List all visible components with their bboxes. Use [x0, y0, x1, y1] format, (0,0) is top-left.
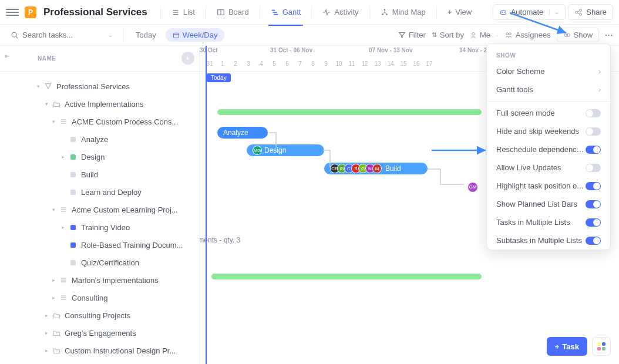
- divider: [436, 6, 437, 19]
- list-icon: [59, 275, 68, 285]
- tree-row[interactable]: Role-Based Training Docum...: [0, 236, 199, 254]
- gantt-bar-list[interactable]: [211, 274, 482, 279]
- more-button[interactable]: ···: [605, 31, 613, 39]
- tree-row[interactable]: Learn and Deploy: [0, 183, 199, 201]
- apps-button[interactable]: [592, 337, 611, 356]
- gantt-bar-list[interactable]: [217, 109, 482, 115]
- day-label: 13: [371, 60, 384, 67]
- search-input[interactable]: [22, 31, 93, 39]
- divider: [311, 6, 312, 19]
- svg-point-19: [12, 32, 16, 37]
- chevron-down-icon[interactable]: ⌄: [108, 32, 113, 38]
- sortby-button[interactable]: ⇅ Sort by: [432, 31, 464, 39]
- priority-icon: [68, 258, 78, 267]
- sortby-label: Sort by: [440, 31, 464, 39]
- search-input-wrapper[interactable]: ⌄: [6, 29, 117, 41]
- tree-row[interactable]: ▸Marlon's Implementations: [0, 271, 199, 289]
- tree-row[interactable]: ▸Training Video: [0, 218, 199, 236]
- tree-row[interactable]: ▸Consulting Projects: [0, 306, 199, 324]
- scale-weekday[interactable]: Week/Day: [166, 28, 225, 42]
- view-gantt[interactable]: Gantt: [265, 4, 307, 20]
- new-task-button[interactable]: + Task: [547, 337, 587, 356]
- toggle-switch[interactable]: [586, 164, 601, 172]
- svg-point-15: [580, 9, 582, 11]
- caret-icon[interactable]: ▾: [51, 119, 56, 124]
- add-task-circle[interactable]: +: [181, 52, 194, 65]
- menu-button[interactable]: [6, 6, 19, 19]
- toggle-switch[interactable]: [586, 127, 601, 136]
- toggle-switch[interactable]: [586, 146, 601, 154]
- svg-rect-11: [500, 11, 506, 14]
- gantt-bar-design[interactable]: MG Design: [247, 144, 324, 156]
- view-board[interactable]: Board: [211, 4, 255, 20]
- tree-row[interactable]: ▸Custom Instructional Design Pr...: [0, 342, 199, 359]
- caret-icon[interactable]: ▸: [60, 224, 66, 230]
- tree-row[interactable]: ▸Consulting: [0, 289, 199, 306]
- view-list[interactable]: List: [166, 4, 201, 20]
- chevron-right-icon: ›: [598, 85, 601, 94]
- caret-icon[interactable]: ▸: [51, 295, 56, 301]
- view-activity[interactable]: Activity: [317, 4, 364, 20]
- svg-point-25: [506, 32, 508, 35]
- show-button[interactable]: Show: [557, 28, 600, 42]
- share-button[interactable]: Share: [568, 4, 613, 20]
- mindmap-icon: [381, 8, 389, 16]
- view-add-label: View: [455, 8, 472, 16]
- tree-row[interactable]: ▾Acme Custom eLearning Proj...: [0, 201, 199, 218]
- dot-separator: ·: [496, 31, 499, 39]
- popover-toggle-row[interactable]: Reschedule dependenci...: [487, 140, 610, 159]
- popover-toggle-row[interactable]: Tasks in Multiple Lists: [487, 213, 610, 231]
- popover-nav-colorscheme[interactable]: Color Scheme ›: [487, 62, 610, 80]
- caret-icon[interactable]: ▸: [43, 348, 49, 353]
- popover-toggle-row[interactable]: Show Planned List Bars: [487, 195, 610, 213]
- gantt-bar-build[interactable]: CR IS C B G N M Build: [324, 163, 428, 174]
- tree-row[interactable]: Analyze: [0, 130, 199, 148]
- svg-point-14: [576, 11, 578, 14]
- toggle-switch[interactable]: [586, 237, 601, 245]
- me-button[interactable]: Me: [470, 31, 490, 39]
- caret-icon[interactable]: ▸: [43, 330, 49, 336]
- day-label: 15: [397, 60, 410, 67]
- automate-button[interactable]: Automate ⌄: [493, 4, 566, 20]
- divider: [206, 6, 206, 19]
- tree-row[interactable]: ▾Professional Services: [0, 77, 199, 95]
- tree-row-label: Build: [81, 170, 98, 179]
- popover-toggle-row[interactable]: Allow Live Updates: [487, 159, 610, 177]
- collapse-icon[interactable]: ⇤: [5, 53, 10, 59]
- tree-row-label: Active Implementations: [65, 100, 143, 109]
- filter-button[interactable]: Filter: [398, 31, 426, 39]
- toggle-switch[interactable]: [586, 182, 601, 190]
- tree-row[interactable]: Quiz/Certification: [0, 254, 199, 271]
- tree-row-label: Learn and Deploy: [81, 188, 142, 197]
- day-label: 9: [319, 60, 332, 67]
- share-label: Share: [586, 8, 607, 16]
- caret-icon[interactable]: ▾: [43, 101, 49, 107]
- view-add[interactable]: + View: [442, 4, 478, 20]
- caret-icon[interactable]: ▾: [35, 83, 41, 89]
- toggle-switch[interactable]: [586, 218, 601, 227]
- caret-icon[interactable]: ▸: [60, 154, 66, 160]
- tree-row[interactable]: ▾ACME Custom Process Cons...: [0, 113, 199, 130]
- tree-row[interactable]: ▸Design: [0, 148, 199, 166]
- gantt-bar-analyze[interactable]: Analyze: [217, 127, 268, 139]
- popover-toggle-row[interactable]: Hide and skip weekends: [487, 122, 610, 140]
- today-button[interactable]: Today: [130, 28, 162, 42]
- popover-nav-gantttools[interactable]: Gantt tools ›: [487, 80, 610, 99]
- caret-icon[interactable]: ▸: [43, 312, 49, 318]
- tree-row[interactable]: ▾Active Implementations: [0, 95, 199, 113]
- popover-toggle-row[interactable]: Subtasks in Multiple Lists: [487, 231, 610, 250]
- tree-row-label: Custom Instructional Design Pr...: [65, 346, 176, 355]
- gantt-bar-learn[interactable]: GM: [467, 181, 476, 193]
- toggle-switch[interactable]: [586, 200, 601, 208]
- toggle-switch[interactable]: [586, 109, 601, 117]
- assignees-button[interactable]: Assignees: [504, 31, 551, 39]
- popover-toggle-row[interactable]: Full screen mode: [487, 104, 610, 122]
- tree-row[interactable]: ▸Greg's Engagements: [0, 324, 199, 342]
- caret-icon[interactable]: ▾: [51, 207, 56, 213]
- tree-row[interactable]: Build: [0, 166, 199, 183]
- popover-toggle-row[interactable]: Highlight task position o...: [487, 177, 610, 195]
- robot-icon: [499, 8, 507, 16]
- caret-icon[interactable]: ▸: [51, 277, 56, 283]
- me-label: Me: [480, 31, 490, 39]
- view-mindmap[interactable]: Mind Map: [375, 4, 432, 20]
